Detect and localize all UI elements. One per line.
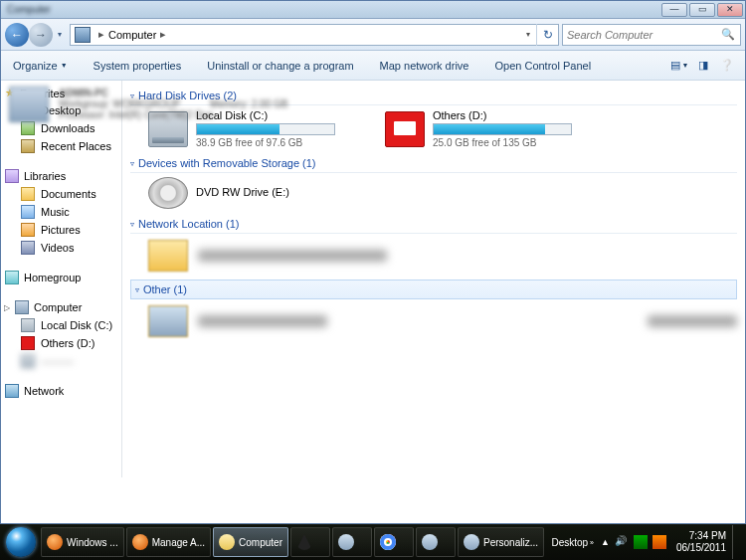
show-desktop-button[interactable]	[732, 525, 744, 559]
main-area: ★Favorites Desktop Downloads Recent Plac…	[1, 81, 745, 477]
tray-overflow-icon[interactable]: ▲	[601, 537, 610, 547]
homegroup-group[interactable]: Homegroup	[3, 269, 119, 286]
explorer-icon	[219, 534, 235, 550]
breadcrumb-chevron[interactable]: ▸	[94, 28, 108, 41]
taskbar-item-windows[interactable]: Windows ...	[41, 527, 124, 557]
start-button[interactable]	[2, 525, 40, 559]
libraries-icon	[5, 169, 19, 183]
computer-icon	[15, 300, 29, 314]
drive-label: DVD RW Drive (E:)	[196, 186, 367, 200]
taskbar: Windows ... Manage A... Computer Persona…	[0, 524, 746, 560]
taskbar-item-chrome[interactable]	[374, 527, 414, 557]
group-removable-storage[interactable]: ▿Devices with Removable Storage (1)	[130, 154, 737, 172]
drive-free-text: 38.9 GB free of 97.6 GB	[196, 135, 367, 148]
network-location-item[interactable]	[148, 238, 387, 274]
taskbar-item-winamp[interactable]	[290, 527, 330, 557]
network-tray-icon[interactable]	[634, 535, 648, 549]
command-bar: Organize▼ System properties Uninstall or…	[1, 51, 745, 81]
group-network-location[interactable]: ▿Network Location (1)	[130, 215, 737, 233]
breadcrumb-chevron[interactable]: ▸	[156, 28, 170, 41]
system-tray[interactable]: ▲ 🔊	[597, 535, 670, 549]
help-button[interactable]: ❔	[715, 55, 739, 77]
window-title: Computer	[3, 4, 659, 15]
dvd-icon	[148, 177, 188, 209]
firefox-icon	[132, 534, 148, 550]
explorer-window: Computer — ▭ ✕ ← → ▾ ▸ Computer ▸ ▾ ↻ 🔍 …	[0, 0, 746, 524]
maximize-button[interactable]: ▭	[689, 3, 715, 17]
computer-icon	[9, 87, 49, 122]
personalize-icon	[464, 534, 479, 550]
back-button[interactable]: ←	[5, 23, 29, 47]
sidebar-item-videos[interactable]: Videos	[3, 239, 119, 257]
sidebar-item-local-c[interactable]: Local Disk (C:)	[3, 316, 119, 334]
taskbar-clock[interactable]: 7:34 PM 06/15/2011	[670, 530, 732, 554]
sidebar-item-music[interactable]: Music	[3, 203, 119, 221]
forward-button[interactable]: →	[29, 23, 53, 47]
music-icon	[21, 205, 35, 219]
minimize-button[interactable]: —	[661, 3, 687, 17]
winamp-icon	[296, 534, 312, 550]
network-group[interactable]: Network	[3, 382, 119, 400]
chrome-icon	[380, 534, 396, 550]
drive-others-d[interactable]: Others (D:) 25.0 GB free of 135 GB	[385, 109, 604, 148]
search-box[interactable]: 🔍	[562, 24, 741, 46]
firefox-icon	[47, 534, 63, 550]
taskbar-item-app2[interactable]	[416, 527, 456, 557]
recent-icon	[21, 139, 35, 153]
device-icon	[148, 305, 188, 337]
search-input[interactable]	[563, 29, 716, 41]
map-network-drive-button[interactable]: Map network drive	[374, 58, 475, 74]
taskbar-item-computer[interactable]: Computer	[213, 527, 288, 557]
computer-group[interactable]: ▷Computer	[3, 298, 119, 316]
sidebar-item-downloads[interactable]: Downloads	[3, 119, 119, 137]
system-properties-button[interactable]: System properties	[88, 58, 188, 74]
documents-icon	[21, 187, 35, 201]
close-button[interactable]: ✕	[717, 3, 743, 17]
refresh-button[interactable]: ↻	[536, 24, 558, 46]
sidebar-item-recent[interactable]: Recent Places	[3, 137, 119, 155]
disk-icon	[21, 354, 35, 368]
organize-menu[interactable]: Organize▼	[7, 58, 74, 74]
preview-pane-button[interactable]: ◨	[691, 55, 715, 77]
navigation-pane: ★Favorites Desktop Downloads Recent Plac…	[1, 81, 122, 477]
other-item[interactable]	[148, 303, 737, 339]
pictures-icon	[21, 223, 35, 237]
taskbar-item-manage[interactable]: Manage A...	[126, 527, 211, 557]
drive-free-text: 25.0 GB free of 135 GB	[433, 135, 604, 148]
search-icon: 🔍	[716, 28, 740, 41]
nav-history-dropdown[interactable]: ▾	[53, 25, 67, 45]
folder-icon	[148, 240, 188, 272]
content-pane: ▿Hard Disk Drives (2) Local Disk (C:) 38…	[122, 81, 745, 477]
capacity-bar	[196, 123, 335, 135]
drive-dvd-e[interactable]: DVD RW Drive (E:)	[148, 177, 367, 209]
action-center-icon[interactable]	[653, 535, 666, 549]
breadcrumb-computer[interactable]: Computer	[108, 29, 156, 41]
disk-icon	[21, 318, 35, 332]
start-orb-icon	[6, 527, 36, 557]
group-other[interactable]: ▿Other (1)	[130, 280, 737, 299]
address-bar[interactable]: ▸ Computer ▸ ▾ ↻	[70, 24, 559, 46]
sidebar-item-documents[interactable]: Documents	[3, 185, 119, 203]
taskbar-item-app[interactable]	[332, 527, 372, 557]
sidebar-item-others-d[interactable]: Others (D:)	[3, 334, 119, 352]
open-control-panel-button[interactable]: Open Control Panel	[488, 58, 597, 74]
sidebar-item-pictures[interactable]: Pictures	[3, 221, 119, 239]
details-text: ADMIN-PC Workgroup: WORKGROUP Memory: 2.…	[59, 88, 287, 120]
address-dropdown[interactable]: ▾	[520, 30, 536, 39]
disk-icon	[21, 336, 35, 350]
homegroup-icon	[5, 271, 19, 284]
volume-icon[interactable]: 🔊	[615, 535, 629, 549]
taskbar-item-personalize[interactable]: Personaliz...	[458, 527, 544, 557]
sidebar-item-hidden[interactable]: ———	[3, 352, 119, 370]
drive-label: Others (D:)	[433, 109, 604, 123]
app-icon	[338, 534, 354, 550]
view-options-button[interactable]: ▤▼	[667, 55, 691, 77]
nav-bar: ← → ▾ ▸ Computer ▸ ▾ ↻ 🔍	[1, 19, 745, 51]
hard-disk-icon	[385, 111, 425, 147]
app-icon	[422, 534, 438, 550]
desktop-toolbar[interactable]: Desktop»	[548, 537, 597, 548]
libraries-group[interactable]: Libraries	[3, 167, 119, 185]
capacity-bar	[433, 123, 572, 135]
uninstall-program-button[interactable]: Uninstall or change a program	[201, 58, 359, 74]
computer-icon	[75, 27, 91, 43]
